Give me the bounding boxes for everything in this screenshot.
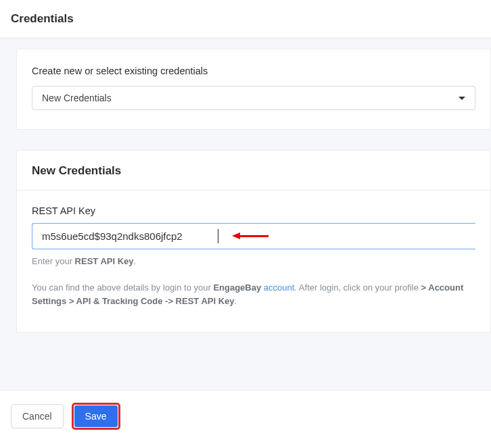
credentials-select-label: Create new or select existing credential…	[32, 66, 475, 76]
api-key-helper: Enter your REST API Key.	[32, 256, 475, 266]
credentials-select-value: New Credentials	[42, 93, 112, 103]
content-area: Create new or select existing credential…	[0, 39, 491, 390]
arrow-left-icon	[232, 232, 240, 239]
chevron-down-icon	[459, 97, 465, 100]
new-credentials-title: New Credentials	[32, 164, 475, 178]
credentials-select[interactable]: New Credentials	[32, 86, 475, 110]
page-header: Credentials	[0, 0, 491, 39]
api-key-input-row	[32, 223, 475, 249]
footer-actions: Cancel Save	[0, 390, 491, 442]
annotation-arrow	[232, 232, 268, 239]
text-cursor	[218, 229, 218, 243]
cancel-button[interactable]: Cancel	[11, 404, 64, 428]
credentials-select-panel: Create new or select existing credential…	[16, 49, 491, 130]
new-credentials-body: REST API Key Enter your REST API Key. Yo…	[17, 191, 490, 307]
account-link[interactable]: account	[264, 282, 295, 293]
new-credentials-panel: New Credentials REST API Key Enter your …	[16, 150, 491, 332]
save-button[interactable]: Save	[74, 405, 118, 427]
page-title: Credentials	[11, 12, 480, 26]
new-credentials-header: New Credentials	[17, 151, 490, 191]
save-button-highlight: Save	[72, 403, 120, 430]
api-key-description: You can find the above details by login …	[32, 281, 475, 307]
arrow-shaft	[240, 235, 268, 237]
api-key-label: REST API Key	[32, 205, 475, 216]
